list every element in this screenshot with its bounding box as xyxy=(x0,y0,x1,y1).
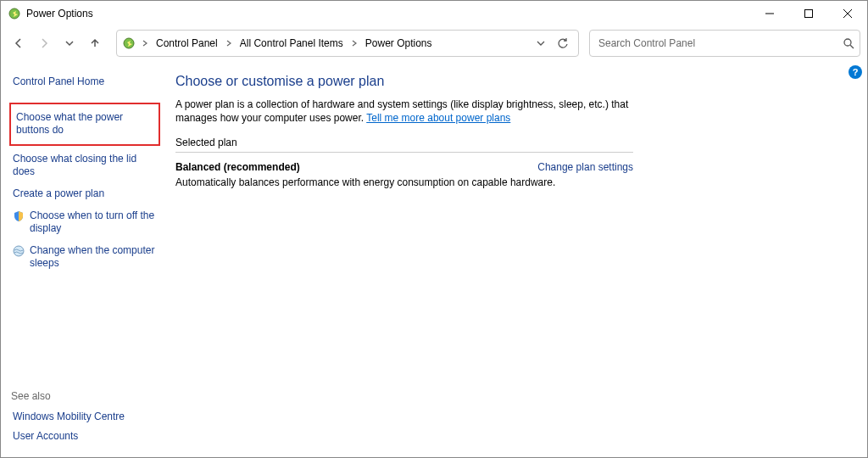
svg-rect-2 xyxy=(805,10,813,18)
shield-icon xyxy=(13,210,25,222)
address-bar-icon xyxy=(122,36,136,50)
svg-point-5 xyxy=(844,39,851,46)
sidebar-link-closing-lid[interactable]: Choose what closing the lid does xyxy=(11,149,159,182)
breadcrumb[interactable]: Control Panel xyxy=(151,36,223,51)
window-title: Power Options xyxy=(26,8,93,20)
search-box[interactable] xyxy=(589,30,860,57)
change-plan-settings-link[interactable]: Change plan settings xyxy=(537,161,633,173)
plan-row: Balanced (recommended) Change plan setti… xyxy=(175,161,633,173)
minimize-button[interactable] xyxy=(750,1,789,26)
close-button[interactable] xyxy=(828,1,867,26)
divider xyxy=(175,152,633,153)
sidebar-link-label: Create a power plan xyxy=(13,187,104,201)
sidebar-link-computer-sleeps[interactable]: Change when the computer sleeps xyxy=(11,241,159,274)
control-panel-home-label: Control Panel Home xyxy=(13,75,104,89)
maximize-button[interactable] xyxy=(789,1,828,26)
up-button[interactable] xyxy=(84,32,106,54)
see-also-link-label: User Accounts xyxy=(13,430,78,444)
sidebar-link-turn-off-display[interactable]: Choose when to turn off the display xyxy=(11,206,159,239)
search-icon[interactable] xyxy=(843,37,854,49)
content-area: Control Panel Home Choose what the power… xyxy=(1,60,867,457)
chevron-right-icon[interactable] xyxy=(141,40,149,47)
highlighted-selection: Choose what the power buttons do xyxy=(9,103,160,146)
main-panel: ? Choose or customise a power plan A pow… xyxy=(162,60,867,457)
control-panel-home-link[interactable]: Control Panel Home xyxy=(11,72,159,92)
page-heading: Choose or customise a power plan xyxy=(175,74,850,89)
sidebar-link-label: Choose what closing the lid does xyxy=(13,153,157,179)
see-also-user-accounts[interactable]: User Accounts xyxy=(11,427,159,447)
forward-button[interactable] xyxy=(33,32,55,54)
sidebar-link-label: Change when the computer sleeps xyxy=(30,244,157,271)
sidebar: Control Panel Home Choose what the power… xyxy=(1,60,162,457)
help-button[interactable]: ? xyxy=(849,65,862,79)
window-controls xyxy=(750,1,867,26)
titlebar: Power Options xyxy=(1,1,867,26)
learn-more-link[interactable]: Tell me more about power plans xyxy=(366,112,510,124)
power-options-icon xyxy=(8,7,21,20)
see-also-section: See also Windows Mobility Centre User Ac… xyxy=(11,380,159,447)
address-dropdown-button[interactable] xyxy=(531,33,551,53)
see-also-mobility-centre[interactable]: Windows Mobility Centre xyxy=(11,407,159,427)
globe-icon xyxy=(13,245,25,257)
svg-point-6 xyxy=(14,246,24,256)
see-also-label: See also xyxy=(11,390,159,402)
address-bar[interactable]: Control Panel All Control Panel Items Po… xyxy=(116,30,579,57)
breadcrumb[interactable]: Power Options xyxy=(360,36,437,51)
plan-description: Automatically balances performance with … xyxy=(175,176,599,188)
recent-locations-button[interactable] xyxy=(58,32,81,54)
refresh-button[interactable] xyxy=(553,33,573,53)
search-input[interactable] xyxy=(590,31,860,56)
nav-toolbar: Control Panel All Control Panel Items Po… xyxy=(1,26,867,60)
sidebar-link-power-buttons[interactable]: Choose what the power buttons do xyxy=(14,108,155,141)
sidebar-link-label: Choose what the power buttons do xyxy=(16,111,153,137)
selected-plan-label: Selected plan xyxy=(175,137,850,148)
page-description: A power plan is a collection of hardware… xyxy=(175,98,633,125)
chevron-right-icon[interactable] xyxy=(350,40,359,47)
see-also-link-label: Windows Mobility Centre xyxy=(13,411,125,424)
plan-name: Balanced (recommended) xyxy=(175,161,300,173)
back-button[interactable] xyxy=(8,32,30,54)
sidebar-link-create-plan[interactable]: Create a power plan xyxy=(11,184,159,204)
sidebar-link-label: Choose when to turn off the display xyxy=(30,209,157,236)
chevron-right-icon[interactable] xyxy=(225,40,233,47)
breadcrumb[interactable]: All Control Panel Items xyxy=(235,36,348,51)
